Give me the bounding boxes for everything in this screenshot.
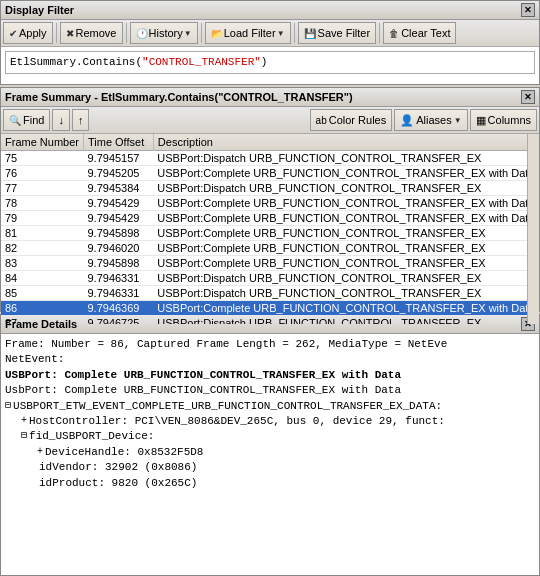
tree-label: USBPORT_ETW_EVENT_COMPLETE_URB_FUNCTION_… bbox=[13, 399, 442, 414]
color-rules-icon: ab bbox=[316, 115, 327, 126]
frame-summary-title: Frame Summary - EtlSummary.Contains("CON… bbox=[5, 91, 353, 103]
col-header-frame[interactable]: Frame Number bbox=[1, 134, 83, 151]
table-row[interactable]: 859.7946331USBPort:Dispatch URB_FUNCTION… bbox=[1, 286, 539, 301]
filter-input-area: EtlSummary.Contains("CONTROL_TRANSFER") bbox=[1, 47, 539, 78]
cell-time: 9.7945429 bbox=[83, 211, 153, 226]
clear-text-button[interactable]: 🗑 Clear Text bbox=[383, 22, 456, 44]
cell-time: 9.7945384 bbox=[83, 181, 153, 196]
cell-frame: 76 bbox=[1, 166, 83, 181]
aliases-button[interactable]: 👤 Aliases ▼ bbox=[394, 109, 467, 131]
cell-desc: USBPort:Complete URB_FUNCTION_CONTROL_TR… bbox=[153, 226, 538, 241]
separator-5 bbox=[379, 23, 380, 43]
cell-frame: 82 bbox=[1, 241, 83, 256]
table-row[interactable]: 839.7945898USBPort:Complete URB_FUNCTION… bbox=[1, 256, 539, 271]
find-icon: 🔍 bbox=[9, 115, 21, 126]
cell-frame: 84 bbox=[1, 271, 83, 286]
col-header-time[interactable]: Time Offset bbox=[83, 134, 153, 151]
display-filter-header: Display Filter ✕ bbox=[1, 1, 539, 20]
frame-summary-panel: Frame Summary - EtlSummary.Contains("CON… bbox=[0, 87, 540, 312]
separator-2 bbox=[126, 23, 127, 43]
display-filter-title: Display Filter bbox=[5, 4, 74, 16]
remove-icon: ✖ bbox=[66, 28, 74, 39]
frame-table: Frame Number Time Offset Description 759… bbox=[1, 134, 539, 324]
detail-line: Frame: Number = 86, Captured Frame Lengt… bbox=[5, 337, 535, 352]
detail-line: ⊟ USBPORT_ETW_EVENT_COMPLETE_URB_FUNCTIO… bbox=[5, 399, 535, 414]
aliases-icon: 👤 bbox=[400, 114, 414, 127]
history-button[interactable]: 🕐 History ▼ bbox=[130, 22, 198, 44]
collapse-icon[interactable]: ⊟ bbox=[5, 399, 11, 413]
cell-desc: USBPort:Complete URB_FUNCTION_CONTROL_TR… bbox=[153, 301, 538, 316]
table-row[interactable]: 799.7945429USBPort:Complete URB_FUNCTION… bbox=[1, 211, 539, 226]
table-row[interactable]: 849.7946331USBPort:Dispatch URB_FUNCTION… bbox=[1, 271, 539, 286]
columns-button[interactable]: ▦ Columns bbox=[470, 109, 537, 131]
collapse-icon[interactable]: ⊟ bbox=[21, 429, 27, 443]
sort-up-button[interactable]: ↑ bbox=[72, 109, 90, 131]
expand-icon[interactable]: + bbox=[37, 445, 43, 459]
cell-frame: 83 bbox=[1, 256, 83, 271]
save-filter-button[interactable]: 💾 Save Filter bbox=[298, 22, 377, 44]
cell-time: 9.7945429 bbox=[83, 196, 153, 211]
tree-label: DeviceHandle: 0x8532F5D8 bbox=[45, 445, 203, 460]
frame-summary-close[interactable]: ✕ bbox=[521, 90, 535, 104]
sort-down-button[interactable]: ↓ bbox=[52, 109, 70, 131]
load-icon: 📂 bbox=[211, 28, 223, 39]
display-filter-panel: Display Filter ✕ ✔ Apply ✖ Remove 🕐 Hist… bbox=[0, 0, 540, 85]
frame-summary-header: Frame Summary - EtlSummary.Contains("CON… bbox=[1, 88, 539, 107]
apply-button[interactable]: ✔ Apply bbox=[3, 22, 53, 44]
cell-time: 9.7946020 bbox=[83, 241, 153, 256]
history-dropdown-arrow: ▼ bbox=[184, 29, 192, 38]
tree-label: HostController: PCI\VEN_8086&DEV_265C, b… bbox=[29, 414, 445, 429]
aliases-dropdown-arrow: ▼ bbox=[454, 116, 462, 125]
cell-frame: 87 bbox=[1, 316, 83, 325]
history-icon: 🕐 bbox=[136, 28, 148, 39]
detail-line: + HostController: PCI\VEN_8086&DEV_265C,… bbox=[5, 414, 535, 429]
summary-toolbar: 🔍 Find ↓ ↑ ab Color Rules 👤 Aliases ▼ ▦ … bbox=[1, 107, 539, 134]
cell-frame: 79 bbox=[1, 211, 83, 226]
detail-line: idProduct: 9820 (0x265C) bbox=[5, 476, 535, 491]
table-row[interactable]: 879.7946725USBPort:Dispatch URB_FUNCTION… bbox=[1, 316, 539, 325]
table-row[interactable]: 869.7946369USBPort:Complete URB_FUNCTION… bbox=[1, 301, 539, 316]
detail-line: ⊟ fid_USBPORT_Device: bbox=[5, 429, 535, 444]
apply-icon: ✔ bbox=[9, 28, 17, 39]
cell-frame: 77 bbox=[1, 181, 83, 196]
table-row[interactable]: 759.7945157USBPort:Dispatch URB_FUNCTION… bbox=[1, 151, 539, 166]
cell-desc: USBPort:Dispatch URB_FUNCTION_CONTROL_TR… bbox=[153, 316, 538, 325]
cell-desc: USBPort:Complete URB_FUNCTION_CONTROL_TR… bbox=[153, 196, 538, 211]
cell-desc: USBPort:Dispatch URB_FUNCTION_CONTROL_TR… bbox=[153, 286, 538, 301]
table-row[interactable]: 819.7945898USBPort:Complete URB_FUNCTION… bbox=[1, 226, 539, 241]
cell-time: 9.7945205 bbox=[83, 166, 153, 181]
cell-time: 9.7945898 bbox=[83, 226, 153, 241]
expand-icon[interactable]: + bbox=[21, 414, 27, 428]
find-button[interactable]: 🔍 Find bbox=[3, 109, 50, 131]
table-row[interactable]: 829.7946020USBPort:Complete URB_FUNCTION… bbox=[1, 241, 539, 256]
save-icon: 💾 bbox=[304, 28, 316, 39]
table-row[interactable]: 789.7945429USBPort:Complete URB_FUNCTION… bbox=[1, 196, 539, 211]
cell-frame: 85 bbox=[1, 286, 83, 301]
frame-table-container: Frame Number Time Offset Description 759… bbox=[1, 134, 539, 324]
cell-desc: USBPort:Dispatch URB_FUNCTION_CONTROL_TR… bbox=[153, 271, 538, 286]
sort-down-icon: ↓ bbox=[58, 114, 64, 126]
cell-desc: USBPort:Complete URB_FUNCTION_CONTROL_TR… bbox=[153, 211, 538, 226]
cell-frame: 78 bbox=[1, 196, 83, 211]
frame-table-body: 759.7945157USBPort:Dispatch URB_FUNCTION… bbox=[1, 151, 539, 325]
detail-line: UsbPort: Complete URB_FUNCTION_CONTROL_T… bbox=[5, 383, 535, 398]
display-filter-close[interactable]: ✕ bbox=[521, 3, 535, 17]
filter-display: EtlSummary.Contains("CONTROL_TRANSFER") bbox=[5, 51, 535, 74]
cell-time: 9.7945157 bbox=[83, 151, 153, 166]
table-row[interactable]: 769.7945205USBPort:Complete URB_FUNCTION… bbox=[1, 166, 539, 181]
cell-desc: USBPort:Complete URB_FUNCTION_CONTROL_TR… bbox=[153, 241, 538, 256]
clear-icon: 🗑 bbox=[389, 28, 399, 39]
tree-label: idVendor: 32902 (0x8086) bbox=[39, 460, 197, 475]
cell-time: 9.7946725 bbox=[83, 316, 153, 325]
cell-time: 9.7946369 bbox=[83, 301, 153, 316]
cell-time: 9.7945898 bbox=[83, 256, 153, 271]
remove-button[interactable]: ✖ Remove bbox=[60, 22, 123, 44]
separator-1 bbox=[56, 23, 57, 43]
load-filter-button[interactable]: 📂 Load Filter ▼ bbox=[205, 22, 291, 44]
tree-label: fid_USBPORT_Device: bbox=[29, 429, 154, 444]
table-row[interactable]: 779.7945384USBPort:Dispatch URB_FUNCTION… bbox=[1, 181, 539, 196]
scroll-indicator[interactable] bbox=[527, 134, 539, 324]
cell-desc: USBPort:Complete URB_FUNCTION_CONTROL_TR… bbox=[153, 256, 538, 271]
col-header-desc[interactable]: Description bbox=[153, 134, 538, 151]
color-rules-button[interactable]: ab Color Rules bbox=[310, 109, 393, 131]
